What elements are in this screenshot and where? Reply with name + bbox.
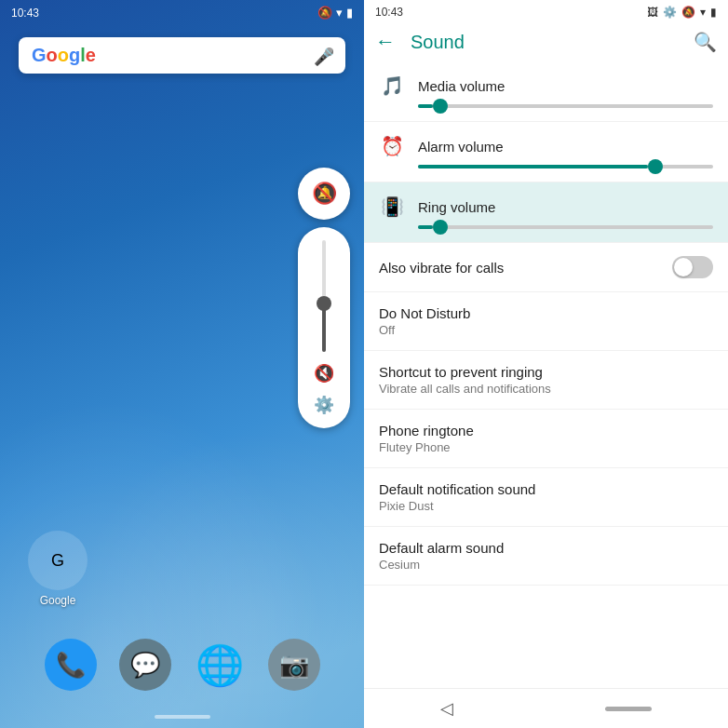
- phone-ringtone-item[interactable]: Phone ringtone Flutey Phone: [364, 410, 728, 468]
- volume-slider-track[interactable]: [322, 240, 326, 352]
- camera-app-icon[interactable]: 📷: [268, 639, 320, 691]
- phone-icon: 📞: [56, 651, 86, 680]
- right-bell-icon: 🔕: [681, 6, 695, 19]
- right-settings-icon: ⚙️: [663, 6, 677, 19]
- right-battery-icon: ▮: [710, 6, 717, 19]
- home-indicator: [155, 715, 210, 719]
- mic-icon[interactable]: 🎤: [314, 47, 332, 65]
- alarm-volume-fill: [418, 165, 648, 169]
- default-notification-sound-title: Default notification sound: [379, 481, 713, 497]
- ring-volume-slider-row[interactable]: [379, 225, 713, 229]
- ring-volume-thumb[interactable]: [433, 220, 448, 235]
- chrome-icon: 🌐: [195, 642, 244, 688]
- music-slash-icon: 🎵: [379, 74, 405, 97]
- ring-volume-item[interactable]: 📳 Ring volume: [364, 182, 728, 243]
- volume-bell-button[interactable]: 🔕: [298, 168, 350, 220]
- right-status-bar: 10:43 🖼 ⚙️ 🔕 ▾ ▮: [364, 0, 728, 22]
- alarm-volume-title: Alarm volume: [418, 139, 504, 155]
- right-wifi-icon: ▾: [700, 6, 706, 19]
- notification-bell-icon: 🔕: [317, 6, 332, 20]
- vibrate-for-calls-toggle[interactable]: [672, 256, 713, 278]
- bottom-navigation: ◁: [364, 688, 728, 728]
- do-not-disturb-subtitle: Off: [379, 323, 713, 337]
- camera-icon: 📷: [279, 651, 309, 680]
- chrome-app-icon[interactable]: 🌐: [194, 639, 246, 691]
- google-search-bar[interactable]: Google 🎤: [19, 37, 345, 74]
- default-notification-sound-item[interactable]: Default notification sound Pixie Dust: [364, 468, 728, 527]
- sound-toolbar: ← Sound 🔍: [364, 22, 728, 61]
- settings-list: 🎵 Media volume ⏰ Alarm volume: [364, 61, 728, 688]
- messages-icon: 💬: [130, 651, 160, 680]
- home-screen: 10:43 🔕 ▾ ▮ Google 🎤 🔕 🔇 ⚙️ G: [0, 0, 364, 728]
- google-app-folder[interactable]: G Google: [28, 531, 88, 607]
- toggle-knob: [674, 258, 693, 276]
- folder-label: Google: [28, 594, 88, 607]
- alarm-volume-thumb[interactable]: [648, 159, 663, 174]
- media-volume-header: 🎵 Media volume: [379, 74, 713, 97]
- shortcut-prevent-ringing-title: Shortcut to prevent ringing: [379, 364, 713, 380]
- default-alarm-sound-title: Default alarm sound: [379, 540, 713, 556]
- folder-circle[interactable]: G: [28, 531, 88, 590]
- left-status-icons: 🔕 ▾ ▮: [317, 6, 353, 20]
- page-title: Sound: [411, 32, 694, 53]
- vibrate-icon: 📳: [379, 195, 405, 218]
- media-volume-thumb[interactable]: [433, 99, 448, 114]
- right-photo-icon: 🖼: [647, 6, 658, 19]
- media-volume-title: Media volume: [418, 78, 505, 94]
- back-button[interactable]: ←: [375, 30, 396, 54]
- home-nav-pill[interactable]: [605, 707, 652, 711]
- battery-icon: ▮: [346, 6, 353, 20]
- do-not-disturb-title: Do Not Disturb: [379, 305, 713, 321]
- ring-volume-fill: [418, 225, 433, 229]
- alarm-volume-item[interactable]: ⏰ Alarm volume: [364, 122, 728, 182]
- media-volume-item[interactable]: 🎵 Media volume: [364, 61, 728, 122]
- alarm-volume-slider[interactable]: [418, 165, 713, 169]
- ring-volume-title: Ring volume: [418, 199, 495, 215]
- vibrate-for-calls-item[interactable]: Also vibrate for calls: [364, 243, 728, 292]
- right-status-time: 10:43: [375, 6, 403, 19]
- ring-volume-header: 📳 Ring volume: [379, 195, 713, 218]
- left-status-time: 10:43: [11, 7, 39, 20]
- default-notification-sound-subtitle: Pixie Dust: [379, 499, 713, 513]
- vibrate-for-calls-label: Also vibrate for calls: [379, 260, 672, 276]
- sound-settings-panel: 10:43 🖼 ⚙️ 🔕 ▾ ▮ ← Sound 🔍 🎵 Media volum…: [364, 0, 728, 728]
- search-button[interactable]: 🔍: [694, 31, 717, 53]
- alarm-volume-header: ⏰ Alarm volume: [379, 135, 713, 157]
- media-volume-slider-row[interactable]: [379, 104, 713, 108]
- back-nav-button[interactable]: ◁: [440, 698, 453, 719]
- volume-slider-thumb[interactable]: [317, 296, 331, 311]
- media-volume-slider[interactable]: [418, 104, 713, 108]
- wifi-icon: ▾: [336, 6, 343, 20]
- shortcut-prevent-ringing-subtitle: Vibrate all calls and notifications: [379, 382, 713, 396]
- phone-ringtone-subtitle: Flutey Phone: [379, 440, 713, 454]
- volume-slider-fill: [322, 307, 326, 352]
- volume-popup: 🔕 🔇 ⚙️: [298, 168, 350, 428]
- messages-app-icon[interactable]: 💬: [119, 639, 171, 691]
- volume-slider-panel[interactable]: 🔇 ⚙️: [298, 227, 350, 428]
- app-dock: 📞 💬 🌐 📷: [0, 639, 364, 691]
- default-alarm-sound-subtitle: Cesium: [379, 558, 713, 572]
- alarm-volume-slider-row[interactable]: [379, 165, 713, 169]
- right-status-icons: 🖼 ⚙️ 🔕 ▾ ▮: [647, 6, 717, 19]
- media-volume-fill: [418, 104, 433, 108]
- mute-icon[interactable]: 🔇: [314, 363, 334, 384]
- do-not-disturb-item[interactable]: Do Not Disturb Off: [364, 292, 728, 351]
- alarm-icon: ⏰: [379, 135, 405, 157]
- phone-app-icon[interactable]: 📞: [45, 639, 97, 691]
- shortcut-prevent-ringing-item[interactable]: Shortcut to prevent ringing Vibrate all …: [364, 351, 728, 410]
- default-alarm-sound-item[interactable]: Default alarm sound Cesium: [364, 527, 728, 586]
- bell-muted-icon: 🔕: [312, 182, 337, 206]
- google-logo: Google: [32, 45, 96, 66]
- settings-icon-small[interactable]: ⚙️: [314, 395, 334, 415]
- ring-volume-slider[interactable]: [418, 225, 713, 229]
- left-status-bar: 10:43 🔕 ▾ ▮: [0, 0, 364, 23]
- phone-ringtone-title: Phone ringtone: [379, 423, 713, 438]
